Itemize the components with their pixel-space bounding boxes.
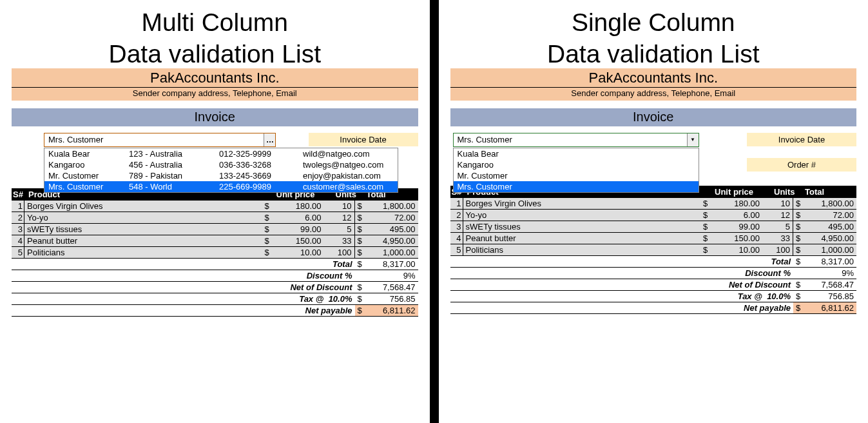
cell-units: 12	[762, 210, 793, 221]
dropdown-item[interactable]: Mrs. Customer	[454, 181, 699, 192]
company-sub-r: Sender company address, Telephone, Email	[450, 87, 857, 101]
sum-net-payable-r: Net payable $ 6,811.62	[450, 302, 857, 314]
invoice-table-r: S# Product Unit price Units Total 1Borge…	[450, 186, 857, 314]
table-row[interactable]: 2Yo-yo$6.0012$72.00	[12, 212, 418, 224]
cell-total: 4,950.00	[365, 235, 418, 246]
cell-total: 1,800.00	[804, 198, 856, 209]
cell-currency: $	[265, 224, 274, 235]
company-name-r: PakAccountants Inc.	[450, 68, 857, 87]
company-sub: Sender company address, Telephone, Email	[12, 87, 418, 101]
cell-currency: $	[793, 221, 804, 232]
th-units-r: Units	[773, 186, 804, 198]
cell-currency: $	[703, 198, 712, 209]
title-multi-2: Data validation List	[12, 41, 418, 68]
cell-unit-price: 150.00	[712, 233, 762, 244]
cell-unit-price: 10.00	[712, 244, 762, 255]
cell-product: Yo-yo	[24, 212, 265, 223]
combobox-toggle-r[interactable]: ▼	[687, 133, 699, 146]
cell-currency: $	[355, 212, 365, 223]
cell-currency: $	[355, 224, 365, 235]
cell-total: 495.00	[804, 221, 856, 232]
invoice-heading: Invoice	[12, 108, 418, 126]
company-name: PakAccountants Inc.	[12, 68, 418, 87]
customer-combobox[interactable]: … Kuala Bear123 - Australia012-325-9999w…	[44, 133, 276, 147]
page: Multi Column Data validation List PakAcc…	[0, 0, 868, 423]
cell-currency: $	[265, 235, 274, 246]
table-row[interactable]: 3sWETy tissues$99.005$495.00	[12, 224, 418, 235]
cell-unit-price: 99.00	[712, 221, 762, 232]
cell-currency: $	[703, 210, 712, 221]
table-row[interactable]: 5Politicians$10.00100$1,000.00	[12, 247, 418, 259]
sum-tax-label-r: Tax @ 10.0%	[450, 291, 794, 302]
dropdown-item[interactable]: Kangaroo456 - Australia036-336-3268twole…	[44, 159, 398, 170]
title-multi-1: Multi Column	[12, 9, 418, 37]
cell-total: 4,950.00	[804, 233, 856, 244]
dropdown-item[interactable]: Kangaroo	[454, 159, 699, 170]
cell-units: 10	[324, 201, 355, 212]
cell-sn: 4	[450, 233, 463, 244]
chevron-down-icon: ▼	[690, 137, 695, 143]
cell-units: 12	[324, 212, 355, 223]
table-row[interactable]: 2Yo-yo$6.0012$72.00	[450, 210, 857, 221]
dropdown-item[interactable]: Mr. Customer789 - Pakistan133-245-3669en…	[44, 170, 398, 181]
invoice-date-label: Invoice Date	[309, 133, 418, 146]
sum-total-val: 8,317.00	[365, 259, 418, 270]
sum-total-cur: $	[355, 259, 365, 270]
order-number-label: Order #	[747, 158, 856, 172]
dropdown-item[interactable]: Mrs. Customer548 - World225-669-9989cust…	[44, 181, 398, 192]
table-row[interactable]: 4Peanut butter$150.0033$4,950.00	[450, 233, 857, 244]
cell-currency: $	[265, 247, 274, 258]
ellipsis-icon: …	[266, 135, 273, 144]
dropdown-item[interactable]: Kuala Bear123 - Australia012-325-9999wil…	[44, 148, 398, 159]
sum-total-label: Total	[12, 259, 355, 270]
table-row[interactable]: 4Peanut butter$150.0033$4,950.00	[12, 235, 418, 247]
sum-total: Total $ 8,317.00	[12, 259, 418, 270]
sum-tax-val: 756.85	[365, 293, 418, 304]
sum-discount-val-r: 9%	[804, 268, 856, 279]
table-row[interactable]: 1Borges Virgin Olives$180.0010$1,800.00	[450, 198, 857, 210]
sum-discount-val: 9%	[365, 270, 418, 281]
table-row[interactable]: 1Borges Virgin Olives$180.0010$1,800.00	[12, 201, 418, 212]
table-row[interactable]: 3sWETy tissues$99.005$495.00	[450, 221, 857, 233]
sum-net-of-discount-r: Net of Discount $ 7,568.47	[450, 279, 857, 291]
sum-netpay-val: 6,811.62	[365, 305, 418, 316]
cell-total: 72.00	[804, 210, 856, 221]
cell-currency: $	[265, 212, 274, 223]
cell-unit-price: 6.00	[274, 212, 324, 223]
sum-tax-cur: $	[355, 293, 365, 304]
customer-input-r[interactable]	[454, 133, 687, 146]
table-row[interactable]: 5Politicians$10.00100$1,000.00	[450, 244, 857, 256]
cell-currency: $	[793, 210, 804, 221]
sum-netpay-val-r: 6,811.62	[804, 302, 856, 313]
combobox-toggle[interactable]: …	[264, 133, 275, 146]
sum-tax-cur-r: $	[793, 291, 804, 302]
sum-netdisc-val-r: 7,568.47	[804, 279, 856, 290]
sum-discount-label-r: Discount %	[450, 268, 794, 279]
dropdown-item[interactable]: Mr. Customer	[454, 170, 699, 181]
sum-netdisc-label-r: Net of Discount	[450, 279, 794, 290]
sum-total-r: Total $ 8,317.00	[450, 256, 857, 268]
cell-product: Peanut butter	[463, 233, 704, 244]
cell-units: 5	[762, 221, 793, 232]
cell-units: 100	[762, 244, 793, 255]
th-sn: S#	[12, 188, 24, 201]
invoice-date-label-r: Invoice Date	[747, 133, 856, 146]
customer-combobox-r[interactable]: ▼ Kuala BearKangarooMr. CustomerMrs. Cus…	[453, 133, 699, 147]
cell-unit-price: 150.00	[274, 235, 324, 246]
cell-currency: $	[265, 201, 274, 212]
dropdown-item[interactable]: Kuala Bear	[454, 148, 699, 159]
panel-single-column: Single Column Data validation List PakAc…	[439, 0, 869, 423]
cell-product: Yo-yo	[463, 210, 704, 221]
panel-multi-column: Multi Column Data validation List PakAcc…	[0, 0, 430, 423]
sum-discount-r: Discount % 9%	[450, 268, 857, 279]
cell-unit-price: 99.00	[274, 224, 324, 235]
sum-tax: Tax @ 10.0% $ 756.85	[12, 293, 418, 305]
cell-unit-price: 10.00	[274, 247, 324, 258]
sum-netpay-cur-r: $	[793, 302, 804, 313]
cell-currency: $	[793, 233, 804, 244]
cell-currency: $	[355, 247, 365, 258]
customer-input[interactable]	[44, 133, 264, 146]
cell-currency: $	[793, 198, 804, 209]
cell-unit-price: 6.00	[712, 210, 762, 221]
sum-discount-cur	[355, 270, 365, 281]
